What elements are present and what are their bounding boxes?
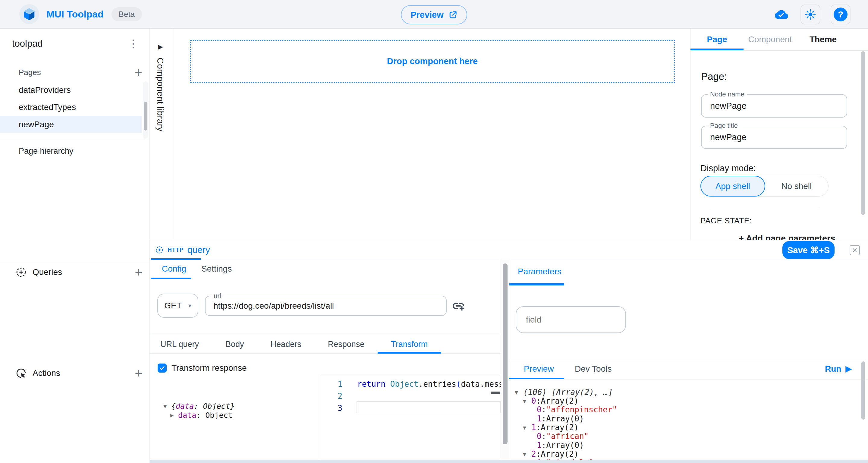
query-panel-scrollbar[interactable] bbox=[501, 260, 509, 463]
tab-body[interactable]: Body bbox=[212, 335, 257, 353]
query-panel-scrollbar-thumb[interactable] bbox=[503, 264, 507, 444]
tab-response[interactable]: Response bbox=[315, 335, 378, 353]
tab-transform[interactable]: Transform bbox=[378, 335, 441, 353]
display-mode-toggle: App shell No shell bbox=[701, 176, 829, 196]
pages-scrollbar-thumb[interactable] bbox=[144, 102, 147, 130]
cloud-done-icon bbox=[773, 8, 790, 21]
tab-parameters[interactable]: Parameters bbox=[518, 260, 561, 283]
transform-response-label: Transform response bbox=[172, 363, 247, 373]
parameter-input[interactable] bbox=[516, 307, 624, 333]
toolpad-logo-icon bbox=[19, 4, 39, 24]
node-name-field[interactable]: Node name bbox=[701, 94, 847, 118]
display-mode-label: Display mode: bbox=[701, 163, 756, 173]
close-panel-button[interactable] bbox=[849, 245, 860, 255]
json-tree-row[interactable]: ▼ 1Array(2) bbox=[509, 423, 579, 432]
pages-section-label: Pages bbox=[19, 68, 134, 77]
method-select[interactable]: GET ▾ bbox=[157, 294, 198, 318]
explorer-sidebar: toolpad ⋮ Pages + dataProviders extracte… bbox=[0, 29, 150, 463]
current-line-highlight bbox=[356, 401, 501, 413]
app-window: MUI Toolpad Beta Preview bbox=[0, 0, 868, 463]
http-query-icon bbox=[155, 245, 164, 254]
preview-button[interactable]: Preview bbox=[401, 5, 467, 24]
query-config-panel: Config Settings GET ▾ url URL bbox=[150, 260, 501, 463]
query-name-label: query bbox=[187, 245, 210, 255]
collapse-arrow-icon[interactable]: ▼ bbox=[163, 403, 171, 409]
queries-section-label: Queries bbox=[33, 267, 129, 277]
add-binding-icon[interactable] bbox=[452, 299, 465, 313]
active-tab-underline bbox=[509, 283, 564, 285]
transform-code-editor[interactable]: 1 2 3 return Object.entries(data.messag bbox=[320, 376, 501, 463]
json-tree-row[interactable]: ▼ (106) [Array(2), …] bbox=[509, 388, 613, 397]
tab-theme[interactable]: Theme bbox=[797, 29, 849, 50]
tab-component[interactable]: Component bbox=[744, 29, 797, 50]
tab-headers[interactable]: Headers bbox=[257, 335, 315, 353]
json-tree-row[interactable]: ▼ 0Array(2) bbox=[509, 396, 579, 405]
add-query-button[interactable]: + bbox=[135, 266, 143, 279]
tab-dev-tools[interactable]: Dev Tools bbox=[575, 360, 612, 378]
page-hierarchy-label[interactable]: Page hierarchy bbox=[0, 138, 150, 156]
page-title-field[interactable]: Page title bbox=[701, 126, 847, 149]
brightness-icon bbox=[804, 8, 817, 21]
actions-icon bbox=[15, 367, 27, 379]
json-tree-row[interactable]: 1Array(0) bbox=[509, 441, 584, 450]
kebab-menu-icon[interactable]: ⋮ bbox=[128, 38, 138, 49]
sidebar-item-extractedtypes[interactable]: extractedTypes bbox=[0, 99, 142, 116]
collapse-arrow-icon[interactable]: ▼ bbox=[523, 425, 531, 431]
collapse-arrow-icon[interactable]: ▼ bbox=[515, 389, 523, 396]
help-button[interactable]: ? bbox=[831, 4, 850, 24]
save-button[interactable]: Save ⌘+S bbox=[782, 241, 835, 259]
add-action-button[interactable]: + bbox=[135, 367, 143, 380]
parameter-field[interactable] bbox=[516, 306, 626, 333]
top-app-bar: MUI Toolpad Beta Preview bbox=[0, 0, 868, 29]
query-protocol-label: HTTP bbox=[167, 247, 184, 253]
panel-bottom-strip bbox=[150, 460, 868, 463]
brand-title: MUI Toolpad bbox=[46, 9, 104, 20]
transform-tree-root[interactable]: ▼ {data: Object} bbox=[163, 402, 235, 410]
select-arrow-icon: ▾ bbox=[188, 302, 191, 309]
add-page-parameters-button[interactable]: + Add page parameters bbox=[739, 234, 835, 240]
inspector-heading: Page: bbox=[701, 71, 727, 82]
add-page-button[interactable]: + bbox=[134, 66, 142, 79]
transform-tree-child[interactable]: ▶ data: Object bbox=[170, 410, 233, 420]
node-name-label: Node name bbox=[708, 90, 747, 98]
tab-url-query[interactable]: URL query bbox=[150, 335, 212, 353]
collapse-arrow-icon[interactable]: ▼ bbox=[523, 398, 531, 404]
panel-expand-icon[interactable]: ▶ bbox=[158, 43, 163, 50]
beta-badge: Beta bbox=[112, 7, 142, 22]
tab-settings[interactable]: Settings bbox=[201, 260, 232, 278]
json-tree-row[interactable]: 0"african" bbox=[509, 432, 589, 441]
json-tree-row[interactable]: 1Array(0) bbox=[509, 414, 584, 423]
tab-config[interactable]: Config bbox=[162, 260, 186, 278]
run-play-icon: ▶ bbox=[845, 364, 851, 373]
toggle-app-shell[interactable]: App shell bbox=[701, 176, 765, 196]
preview-scrollbar[interactable] bbox=[861, 362, 865, 420]
active-tab-underline bbox=[378, 352, 441, 353]
tab-preview[interactable]: Preview bbox=[524, 360, 554, 378]
transform-response-checkbox[interactable] bbox=[158, 364, 167, 373]
url-input[interactable] bbox=[206, 296, 439, 315]
inspector-scrollbar[interactable] bbox=[861, 51, 865, 215]
query-tab[interactable]: HTTP query bbox=[151, 240, 201, 260]
tab-page[interactable]: Page bbox=[690, 29, 744, 50]
url-label: url bbox=[212, 292, 223, 300]
active-tab-underline bbox=[690, 49, 744, 50]
theme-toggle-button[interactable] bbox=[801, 4, 820, 24]
collapse-arrow-icon[interactable]: ▼ bbox=[523, 451, 531, 457]
run-button[interactable]: Run ▶ bbox=[825, 360, 851, 378]
url-field[interactable]: url bbox=[205, 296, 447, 316]
sidebar-item-dataproviders[interactable]: dataProviders bbox=[0, 82, 142, 99]
close-icon bbox=[852, 247, 858, 253]
expand-arrow-icon[interactable]: ▶ bbox=[170, 412, 178, 419]
line-number: 2 bbox=[320, 390, 342, 402]
toggle-no-shell[interactable]: No shell bbox=[765, 176, 829, 196]
json-tree-row[interactable]: 0"affenpinscher" bbox=[509, 405, 617, 414]
component-library-label: Component library bbox=[155, 58, 165, 131]
page-title-label: Page title bbox=[708, 122, 740, 130]
drop-zone[interactable]: Drop component here bbox=[190, 40, 675, 83]
editor-scroll-decoration bbox=[491, 392, 500, 394]
component-library-panel[interactable]: ▶ Component library bbox=[150, 29, 172, 240]
page-canvas: Drop component here bbox=[172, 29, 690, 240]
pages-scrollbar[interactable] bbox=[143, 82, 148, 138]
json-tree-row[interactable]: ▼ 2Array(2) bbox=[509, 450, 579, 459]
sidebar-item-newpage[interactable]: newPage bbox=[0, 116, 142, 133]
